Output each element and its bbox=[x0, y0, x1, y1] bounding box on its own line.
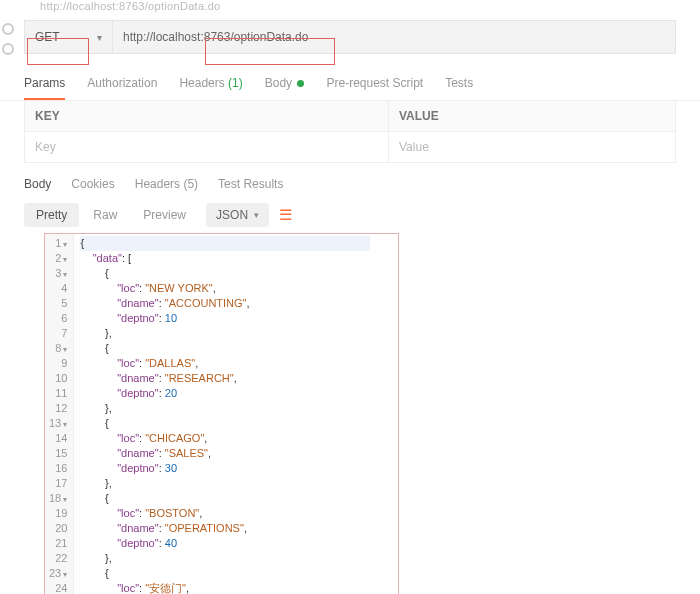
resp-tab-headers-label: Headers bbox=[135, 177, 180, 191]
breadcrumb: http://localhost:8763/optionData.do bbox=[0, 0, 700, 16]
kv-key-header: KEY bbox=[25, 101, 389, 131]
url-text: http://localhost:8763/optionData.do bbox=[123, 30, 308, 44]
view-pretty-button[interactable]: Pretty bbox=[24, 203, 79, 227]
response-body: 1234567891011121314151617181920212223242… bbox=[44, 233, 399, 594]
kv-value-header: VALUE bbox=[389, 101, 675, 131]
json-source[interactable]: { "data": [ { "loc": "NEW YORK", "dname"… bbox=[74, 234, 376, 594]
line-wrap-icon[interactable]: ☰ bbox=[279, 206, 292, 224]
format-dropdown[interactable]: JSON ▾ bbox=[206, 203, 269, 227]
request-tabs: Params Authorization Headers (1) Body Pr… bbox=[0, 54, 700, 101]
kv-value-input[interactable]: Value bbox=[389, 132, 675, 162]
tab-authorization[interactable]: Authorization bbox=[87, 76, 157, 100]
view-preview-button[interactable]: Preview bbox=[131, 203, 198, 227]
resp-tab-cookies[interactable]: Cookies bbox=[71, 177, 114, 191]
chevron-down-icon: ▾ bbox=[254, 210, 259, 220]
tab-tests[interactable]: Tests bbox=[445, 76, 473, 100]
tab-prerequest[interactable]: Pre-request Script bbox=[326, 76, 423, 100]
url-input[interactable]: http://localhost:8763/optionData.do bbox=[113, 21, 675, 53]
format-label: JSON bbox=[216, 208, 248, 222]
tab-headers-label: Headers bbox=[179, 76, 224, 90]
body-modified-dot-icon bbox=[297, 80, 304, 87]
http-method-dropdown[interactable]: GET ▾ bbox=[25, 21, 113, 53]
line-gutter: 1234567891011121314151617181920212223242… bbox=[45, 234, 74, 594]
headers-count: (1) bbox=[228, 76, 243, 90]
resp-tab-body[interactable]: Body bbox=[24, 177, 51, 191]
resp-headers-count: (5) bbox=[183, 177, 198, 191]
resp-tab-tests[interactable]: Test Results bbox=[218, 177, 283, 191]
chevron-down-icon: ▾ bbox=[97, 32, 102, 43]
kv-input-row: Key Value bbox=[24, 132, 676, 163]
tab-headers[interactable]: Headers (1) bbox=[179, 76, 242, 100]
http-method-label: GET bbox=[35, 30, 60, 44]
kv-header-row: KEY VALUE bbox=[24, 101, 676, 132]
kv-key-input[interactable]: Key bbox=[25, 132, 389, 162]
resp-tab-headers[interactable]: Headers (5) bbox=[135, 177, 198, 191]
tab-body[interactable]: Body bbox=[265, 76, 305, 100]
tab-params[interactable]: Params bbox=[24, 76, 65, 100]
response-tabs: Body Cookies Headers (5) Test Results bbox=[0, 163, 700, 199]
request-bar: GET ▾ http://localhost:8763/optionData.d… bbox=[24, 20, 676, 54]
response-toolbar: Pretty Raw Preview JSON ▾ ☰ bbox=[0, 199, 700, 233]
view-raw-button[interactable]: Raw bbox=[81, 203, 129, 227]
tab-body-label: Body bbox=[265, 76, 292, 90]
